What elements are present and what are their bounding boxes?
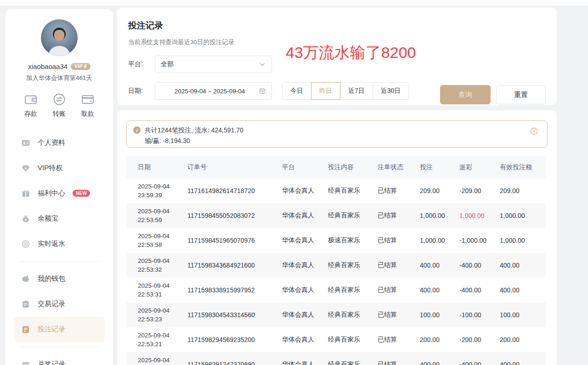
quick-action-label: 取款 — [81, 110, 94, 118]
sidebar-item-label: 福利中心 — [38, 189, 65, 198]
deposit-button[interactable]: 存款 — [24, 92, 38, 118]
date-range-input[interactable]: 2025-09-04 ~ 2025-09-04 — [155, 82, 272, 100]
cell-order: 1171598291247370880 — [176, 352, 271, 365]
yuebao-icon — [21, 214, 30, 223]
quick-action-label: 转账 — [53, 110, 66, 118]
sidebar-item-label: 余额宝 — [38, 214, 58, 223]
cell-platform: 华体会真人 — [271, 253, 317, 278]
quick-action-label: 存款 — [24, 110, 37, 118]
filter-actions: 查询 重置 — [440, 85, 546, 104]
vip-icon — [21, 164, 30, 173]
table-row: 2025-09-0423:59:39 1171614982614718720 华… — [126, 178, 546, 203]
collapse-icon[interactable] — [530, 127, 538, 135]
cell-platform: 华体会真人 — [271, 203, 317, 228]
query-button[interactable]: 查询 — [440, 85, 491, 104]
sidebar-divider — [19, 261, 99, 262]
sidebar-item-transactions[interactable]: 交易记录 — [14, 291, 105, 317]
new-badge: NEW — [73, 190, 90, 197]
cell-bet: 400.00 — [408, 278, 448, 302]
cell-content: 经典百家乐 — [317, 327, 366, 352]
platform-select[interactable]: 全部 — [155, 56, 272, 73]
redeem-icon — [21, 360, 30, 365]
table-body: 2025-09-0423:59:39 1171614982614718720 华… — [126, 178, 546, 365]
withdraw-button[interactable]: 取款 — [81, 92, 95, 118]
sidebar: xiaobaoaa34 VIP 8 加入华体会体育第461天 存款 转账 取款 — [6, 9, 113, 365]
summary-line2: 输/赢: -8,194.30 — [145, 136, 190, 145]
summary-line1: 共计1244笔投注, 流水: 424,591.70 — [145, 125, 243, 135]
info-icon: i — [133, 126, 141, 134]
page-title: 投注记录 — [128, 20, 546, 32]
cell-valid: 400.00 — [488, 278, 546, 302]
cell-valid: 100.00 — [488, 302, 546, 327]
range-30days-button[interactable]: 近30日 — [373, 82, 409, 100]
table-row: 2025-09-0422:53:31 1171598338915997952 华… — [126, 278, 546, 302]
cell-bet: 400.00 — [408, 352, 448, 365]
sidebar-item-bet-records[interactable]: 投注记录 — [14, 317, 105, 342]
cell-bet: 1,000.00 — [408, 228, 448, 253]
reset-button[interactable]: 重置 — [496, 85, 546, 104]
cell-bet: 1,000.00 — [408, 203, 448, 228]
rebate-icon — [21, 240, 30, 249]
sidebar-item-label: 实时返水 — [38, 240, 65, 248]
cell-content: 经典百家乐 — [317, 302, 366, 327]
sidebar-item-yuebao[interactable]: 余额宝 — [14, 206, 105, 231]
cell-valid: 400.00 — [488, 253, 546, 278]
range-yesterday-button[interactable]: 昨日 — [311, 82, 340, 100]
deposit-icon — [24, 92, 38, 106]
cell-valid: 209.00 — [488, 178, 546, 203]
cell-content: 极速百家乐 — [317, 228, 366, 253]
bet-records-table: 日期 订单号 平台 投注内容 注单状态 投注 派彩 有效投注额 2025-09-… — [126, 156, 546, 365]
join-days-text: 加入华体会体育第461天 — [6, 74, 113, 82]
cell-content: 经典百家乐 — [317, 352, 366, 365]
cell-content: 经典百家乐 — [317, 203, 366, 228]
cell-valid: 400.00 — [488, 352, 546, 365]
cell-platform: 华体会真人 — [271, 178, 317, 203]
sidebar-menu-top: 个人资料 VIP特权 福利中心 NEW 余额宝 实时返水 — [6, 130, 113, 257]
platform-filter-row: 平台: 全部 — [128, 56, 546, 73]
vip-badge: VIP 8 — [71, 63, 90, 70]
cell-status: 已结算 — [366, 327, 408, 352]
table-row: 2025-09-0422:53:59 1171598455052083072 华… — [126, 203, 546, 228]
cell-valid: 1,000.00 — [488, 203, 546, 228]
cell-bet: 100.00 — [408, 302, 448, 327]
top-strip — [0, 0, 588, 6]
summary-box: i 共计1244笔投注, 流水: 424,591.70 输/赢: -8,194.… — [126, 120, 548, 148]
bet-records-icon — [21, 325, 30, 334]
sidebar-item-my-wallet[interactable]: 我的钱包 — [14, 266, 105, 291]
cell-platform: 华体会真人 — [271, 327, 317, 352]
cell-date: 2025-09-0422:53:23 — [126, 302, 176, 327]
calendar-icon — [259, 87, 266, 95]
cell-date: 2025-09-0422:53:58 — [126, 228, 176, 253]
sidebar-menu-bottom: 我的钱包 交易记录 投注记录 — [6, 266, 113, 342]
cell-platform: 华体会真人 — [271, 352, 317, 365]
range-7days-button[interactable]: 近7日 — [340, 82, 373, 100]
wallet-icon — [21, 274, 30, 284]
cell-content: 经典百家乐 — [317, 178, 366, 203]
cell-order: 1171598294569235200 — [176, 327, 271, 352]
cell-order: 1171598451965070976 — [176, 228, 271, 253]
transfer-icon — [52, 92, 66, 106]
sidebar-divider — [19, 347, 99, 347]
cell-content: 经典百家乐 — [317, 278, 366, 302]
withdraw-icon — [81, 92, 95, 106]
cell-payout: -100.00 — [448, 302, 488, 327]
cell-status: 已结算 — [366, 203, 408, 228]
cell-payout: 1,000.00 — [448, 203, 488, 228]
sidebar-item-profile[interactable]: 个人资料 — [14, 130, 105, 155]
table-row: 2025-09-0422:53:58 1171598451965070976 华… — [126, 228, 546, 253]
sidebar-item-vip[interactable]: VIP特权 — [14, 155, 105, 181]
cell-bet: 400.00 — [408, 253, 448, 278]
sidebar-item-welfare[interactable]: 福利中心 NEW — [14, 181, 105, 206]
table-row: 2025-09-0422:53:20 1171598291247370880 华… — [126, 352, 546, 365]
cell-status: 已结算 — [366, 253, 408, 278]
sidebar-item-redeem-records[interactable]: 兑奖记录 — [14, 352, 105, 365]
cell-status: 已结算 — [366, 302, 408, 327]
range-today-button[interactable]: 今日 — [282, 82, 311, 100]
cell-platform: 华体会真人 — [271, 302, 317, 327]
cell-date: 2025-09-0422:53:31 — [126, 278, 176, 302]
cell-payout: -400.00 — [448, 253, 488, 278]
transfer-button[interactable]: 转账 — [52, 92, 66, 118]
col-payout: 派彩 — [448, 156, 488, 178]
sidebar-item-rebate[interactable]: 实时返水 — [14, 231, 105, 257]
welfare-icon — [21, 189, 30, 198]
